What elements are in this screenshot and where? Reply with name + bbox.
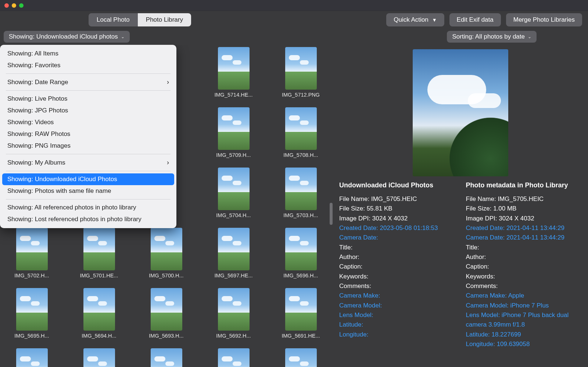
thumbnail-cell[interactable]: IMG_5704.H... [205,168,262,218]
thumbnail-caption: IMG_5703.H... [283,212,318,218]
thumbnail-cell[interactable]: IMG_5693.H... [138,288,194,339]
thumbnail-cell[interactable]: IMG_5712.PNG [273,47,329,98]
meta-row: Author: [466,252,582,262]
meta-row: Author: [339,252,455,262]
menu-item[interactable]: Showing: Undownloaded iCloud Photos [2,173,174,185]
filter-bar: Showing: Undownloaded iCloud photos⌄ Sor… [0,29,588,45]
menu-item[interactable]: Showing: All referenced photos in photo … [2,202,174,213]
thumbnail-grid-pane: xxxIMG_5714.HE...IMG_5712.PNGxxxIMG_5709… [0,45,333,367]
thumbnail-cell[interactable]: IMG_5686.H... [138,348,194,367]
meta-row: Camera Make: Apple [466,291,582,301]
preview-image [339,49,581,176]
thumbnail-cell[interactable]: IMG_5694.H... [71,288,127,339]
thumbnail-caption: IMG_5694.H... [82,333,116,339]
meta-row: Image DPI: 3024 X 4032 [466,214,582,223]
meta-row: Caption: [339,262,455,271]
chevron-down-icon: ⌄ [121,34,125,39]
meta-row: File Size: 1.00 MB [466,204,582,213]
meta-row: Longitude: [339,330,455,339]
menu-item[interactable]: Showing: Lost referenced photos in photo… [2,213,174,225]
meta-row: Created Date: 2021-04-11 13:44:29 [466,223,582,233]
thumbnail-cell[interactable]: IMG_5714.HE... [205,47,262,98]
thumbnail-cell[interactable]: IMG_5684.H... [273,348,329,367]
chevron-right-icon: › [167,78,169,86]
thumbnail-caption: IMG_5702.H... [14,273,49,278]
thumbnail-cell[interactable]: IMG_5700.H... [138,228,194,278]
thumbnail-caption: IMG_5708.H... [283,152,318,158]
thumbnail-caption: IMG_5693.H... [149,333,183,339]
thumbnail-cell[interactable]: IMG_5703.H... [273,168,329,218]
menu-item[interactable]: Showing: Favorites [2,60,174,71]
thumbnail-cell[interactable]: IMG_5701.HE... [71,228,127,278]
thumbnail-cell[interactable]: IMG_5685.H... [205,348,262,367]
meta-row: Camera Model: [339,301,455,310]
titlebar [0,0,588,11]
showing-dropdown[interactable]: Showing: Undownloaded iCloud photos⌄ [4,31,130,43]
meta-row: File Size: 55.81 KB [339,204,455,213]
quick-action-button[interactable]: Quick Action▼ [386,13,444,26]
sorting-dropdown[interactable]: Sorting: All photos by date⌄ [447,31,537,43]
thumbnail-caption: IMG_5712.PNG [282,92,320,98]
chevron-down-icon: ▼ [432,17,437,23]
thumbnail-caption: IMG_5709.H... [216,152,251,158]
thumbnail-cell[interactable]: IMG_5697.HE... [205,228,262,278]
meta-row: Camera Model: iPhone 7 Plus [466,301,582,310]
meta-row: File Name: IMG_5705.HEIC [466,194,582,204]
meta-row: Camera Date: 2021-04-11 13:44:29 [466,233,582,242]
meta-row: Title: [466,243,582,252]
thumbnail-cell[interactable]: IMG_5690.H... [4,348,60,367]
meta-row: File Name: IMG_5705.HEIC [339,194,455,204]
meta-right: Photo metadata in Photo Library File Nam… [466,181,582,349]
menu-item[interactable]: Showing: Live Photos [2,93,174,105]
meta-row: Created Date: 2023-05-08 01:18:53 [339,223,455,233]
meta-right-title: Photo metadata in Photo Library [466,181,582,189]
meta-row: Camera Date: [339,233,455,242]
thumbnail-caption: IMG_5692.H... [216,333,251,339]
menu-item[interactable]: Showing: RAW Photos [2,128,174,140]
zoom-window-icon[interactable] [19,3,24,8]
edit-exif-button[interactable]: Edit Exif data [449,13,501,26]
thumbnail-caption: IMG_5704.H... [216,212,251,218]
meta-row: Latitude: 18.227699 [466,330,582,339]
view-segment: Local Photo Photo Library [89,13,191,26]
tab-local-photo[interactable]: Local Photo [89,13,138,26]
meta-row: Longitude: 109.639058 [466,339,582,349]
minimize-window-icon[interactable] [12,3,16,8]
menu-item[interactable]: Showing: Photos with same file name [2,185,174,197]
meta-row: Caption: [466,262,582,271]
thumbnail-cell[interactable]: IMG_5691.HE... [273,288,329,339]
merge-libraries-button[interactable]: Merge Photo Libraries [506,13,582,26]
meta-row: Latitude: [339,320,455,330]
meta-row: Camera Make: [339,291,455,301]
menu-item[interactable]: Showing: Videos [2,116,174,128]
meta-row: Keywords: [466,272,582,281]
thumbnail-cell[interactable]: IMG_5702.H... [4,228,60,278]
scrollbar-thumb[interactable] [330,203,333,225]
chevron-down-icon: ⌄ [528,34,531,39]
meta-row: Image DPI: 3024 X 4032 [339,214,455,223]
thumbnail-cell[interactable]: IMG_5692.H... [205,288,262,339]
meta-left-title: Undownloaded iCloud Photos [339,181,455,189]
toolbar: Local Photo Photo Library Quick Action▼ … [0,11,588,29]
thumbnail-caption: IMG_5691.HE... [282,333,320,339]
thumbnail-cell[interactable]: IMG_5688.H... [71,348,127,367]
thumbnail-cell[interactable]: IMG_5709.H... [205,107,262,158]
menu-item[interactable]: Showing: My Albums› [2,156,174,169]
meta-row: Title: [339,243,455,252]
menu-item[interactable]: Showing: JPG Photos [2,105,174,116]
chevron-right-icon: › [167,159,169,166]
meta-row: Comments: [466,281,582,291]
menu-item[interactable]: Showing: All Items [2,48,174,60]
thumbnail-cell[interactable]: IMG_5708.H... [273,107,329,158]
thumbnail-cell[interactable]: IMG_5695.H... [4,288,60,339]
tab-photo-library[interactable]: Photo Library [138,13,191,26]
thumbnail-cell[interactable]: IMG_5696.H... [273,228,329,278]
details-pane: Undownloaded iCloud Photos File Name: IM… [333,45,588,367]
meta-row: Lens Model: [339,310,455,320]
thumbnail-caption: IMG_5701.HE... [80,273,118,278]
close-window-icon[interactable] [4,3,9,8]
menu-item[interactable]: Showing: Date Range› [2,76,174,88]
meta-row: Comments: [339,281,455,291]
menu-item[interactable]: Showing: PNG Images [2,140,174,152]
showing-menu: Showing: All ItemsShowing: FavoritesShow… [0,45,176,228]
